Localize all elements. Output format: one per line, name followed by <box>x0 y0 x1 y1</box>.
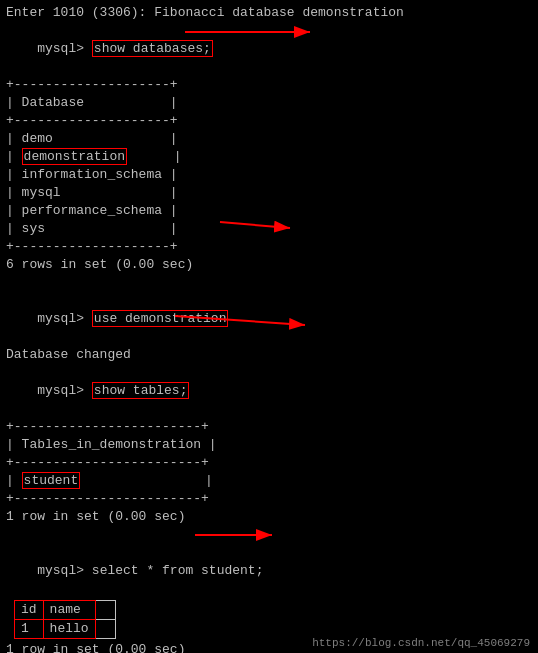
db-row-sys: | sys | <box>6 220 532 238</box>
cell-extra-1 <box>95 620 115 639</box>
cmd-show-databases: show databases; <box>92 40 213 57</box>
line-show-tables: mysql> show tables; <box>6 364 532 418</box>
student-table: id name 1 hello <box>14 600 116 639</box>
prompt-1: mysql> <box>37 41 92 56</box>
db-row-demo: | demo | <box>6 130 532 148</box>
terminal-window: Enter 1010 (3306): Fibonacci database de… <box>0 0 538 653</box>
line-use: mysql> use demonstration <box>6 292 532 346</box>
tables-bottom: +------------------------+ <box>6 490 532 508</box>
db-row-mysql: | mysql | <box>6 184 532 202</box>
tables-top: +------------------------+ <box>6 418 532 436</box>
prompt-3: mysql> <box>37 383 92 398</box>
cmd-use-demonstration: use demonstration <box>92 310 229 327</box>
cmd-select: select * from student; <box>92 563 264 578</box>
tables-row-student: | student | <box>6 472 532 490</box>
annotation-3: 查看该数据库里面的表 <box>307 303 424 342</box>
prompt-2: mysql> <box>37 311 92 326</box>
annotation-2: 选择使用数据库（如果不存在则创建） <box>292 210 422 249</box>
blank-1 <box>6 274 532 292</box>
col-name-header: name <box>43 601 95 620</box>
cell-name-1: hello <box>43 620 95 639</box>
db-rows-count: 6 rows in set (0.00 sec) <box>6 256 532 274</box>
footer-url: https://blog.csdn.net/qq_45069279 <box>312 637 530 649</box>
col-id-header: id <box>15 601 44 620</box>
annotation-1: 查看数据库 <box>318 20 383 40</box>
line-select: mysql> select * from student; <box>6 544 532 598</box>
student-table-container: id name 1 hello <box>10 600 532 639</box>
student-table-row-1: 1 hello <box>15 620 116 639</box>
db-row-perf: | performance_schema | <box>6 202 532 220</box>
db-row-demonstration: | demonstration | <box>6 148 532 166</box>
student-table-header-row: id name <box>15 601 116 620</box>
db-table-sep: +--------------------+ <box>6 112 532 130</box>
line-1: Enter 1010 (3306): Fibonacci database de… <box>6 4 532 22</box>
db-table-header: | Database | <box>6 94 532 112</box>
cmd-show-tables: show tables; <box>92 382 190 399</box>
blank-2 <box>6 526 532 544</box>
table-highlighted-student: student <box>22 472 81 489</box>
annotation-4: 刚刚的修改 <box>273 519 338 539</box>
col-extra-header <box>95 601 115 620</box>
tables-header: | Tables_in_demonstration | <box>6 436 532 454</box>
cell-id-1: 1 <box>15 620 44 639</box>
db-changed: Database changed <box>6 346 532 364</box>
db-table-top: +--------------------+ <box>6 76 532 94</box>
line-2: mysql> show databases; <box>6 22 532 76</box>
tables-sep: +------------------------+ <box>6 454 532 472</box>
tables-rows-count: 1 row in set (0.00 sec) <box>6 508 532 526</box>
db-row-info: | information_schema | <box>6 166 532 184</box>
db-table-bottom: +--------------------+ <box>6 238 532 256</box>
db-highlighted-demonstration: demonstration <box>22 148 127 165</box>
prompt-4: mysql> <box>37 563 92 578</box>
